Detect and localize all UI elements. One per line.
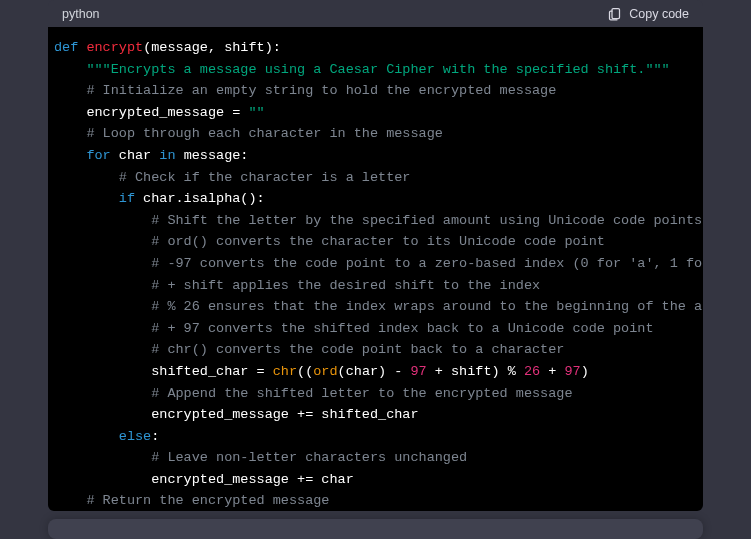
comment: # chr() converts the code point back to … [151, 342, 564, 357]
keyword-if: if [119, 191, 135, 206]
code-text: (message, shift): [143, 40, 281, 55]
code-text: encrypted_message += shifted_char [151, 407, 418, 422]
bottom-area [0, 511, 751, 539]
number-literal: 97 [411, 364, 427, 379]
code-text: char [111, 148, 160, 163]
code-text: shifted_char = [151, 364, 273, 379]
code-text: encrypted_message += char [151, 472, 354, 487]
keyword-in: in [159, 148, 175, 163]
string-literal: "" [248, 105, 264, 120]
comment: # + 97 converts the shifted index back t… [151, 321, 653, 336]
svg-rect-0 [612, 9, 620, 19]
comment: # -97 converts the code point to a zero-… [151, 256, 702, 271]
comment: # Append the shifted letter to the encry… [151, 386, 572, 401]
code-text: (( [297, 364, 313, 379]
code-header: python Copy code [48, 0, 703, 27]
code-text: message: [176, 148, 249, 163]
code-block: python Copy code def encrypt(message, sh… [48, 0, 703, 511]
function-name: encrypt [86, 40, 143, 55]
comment: # Leave non-letter characters unchanged [151, 450, 467, 465]
code-body[interactable]: def encrypt(message, shift): """Encrypts… [48, 27, 703, 511]
code-text: ) [581, 364, 589, 379]
builtin-ord: ord [313, 364, 337, 379]
number-literal: 97 [564, 364, 580, 379]
keyword-for: for [86, 148, 110, 163]
docstring: """Encrypts a message using a Caesar Cip… [86, 62, 669, 77]
language-label: python [62, 7, 100, 21]
code-text: (char) - [338, 364, 411, 379]
copy-code-label: Copy code [629, 7, 689, 21]
builtin-chr: chr [273, 364, 297, 379]
number-literal: 26 [524, 364, 540, 379]
message-input[interactable] [48, 519, 703, 539]
comment: # + shift applies the desired shift to t… [151, 278, 540, 293]
code-text: + [540, 364, 564, 379]
keyword-def: def [54, 40, 86, 55]
comment: # Return the encrypted message [86, 493, 329, 508]
comment: # Initialize an empty string to hold the… [86, 83, 556, 98]
comment: # Loop through each character in the mes… [86, 126, 442, 141]
copy-code-button[interactable]: Copy code [607, 6, 689, 21]
comment: # Shift the letter by the specified amou… [151, 213, 702, 228]
code-text: char.isalpha(): [135, 191, 265, 206]
keyword-else: else [119, 429, 151, 444]
comment: # Check if the character is a letter [119, 170, 411, 185]
code-text: + shift) % [427, 364, 524, 379]
clipboard-icon [607, 6, 622, 21]
code-text: : [151, 429, 159, 444]
comment: # ord() converts the character to its Un… [151, 234, 605, 249]
code-text: encrypted_message = [86, 105, 248, 120]
comment: # % 26 ensures that the index wraps arou… [151, 299, 702, 314]
